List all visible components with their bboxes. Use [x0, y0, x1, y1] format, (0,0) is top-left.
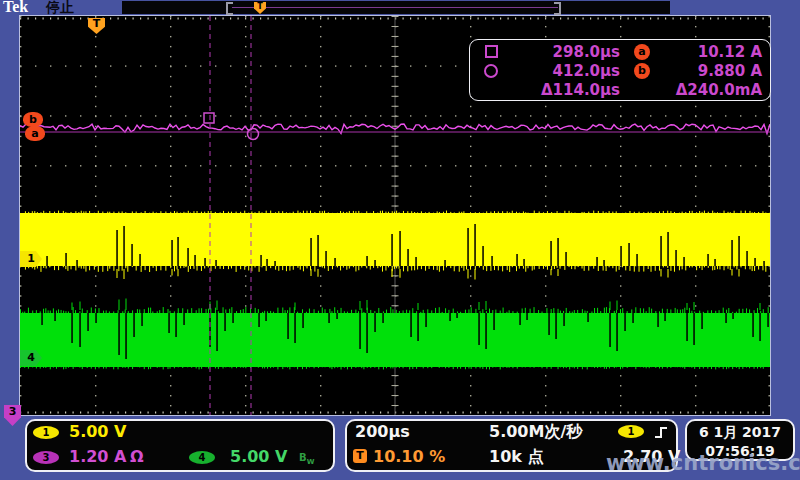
cursor-b-time: 412.0µs — [504, 62, 620, 80]
record-window-right-bracket — [554, 2, 561, 15]
channel-3-scale: 1.20 A — [69, 447, 126, 466]
cursor-readout-box: 298.0µs a 10.12 A 412.0µs b 9.880 A Δ114… — [469, 39, 771, 101]
cursor-readout-row: 412.0µs b 9.880 A — [478, 61, 762, 80]
record-window-left-bracket — [226, 2, 233, 15]
channel-1-scale: 5.00 V — [69, 422, 126, 441]
cursor-b-badge: b — [620, 63, 664, 79]
square-cursor-icon — [478, 45, 504, 58]
channel-settings-box: 1 5.00 V 3 1.20 A Ω 4 5.00 V BW — [25, 419, 335, 472]
cursor-b-value: 9.880 A — [664, 62, 762, 80]
trigger-position-percent: 10.10 % — [373, 447, 445, 466]
record-view-bar: T — [122, 1, 670, 14]
cursor-b-marker: b — [23, 112, 43, 127]
rising-edge-icon — [653, 425, 669, 440]
date: 6 1月 2017 — [687, 423, 793, 442]
channel-4-scale: 5.00 V — [230, 447, 287, 466]
channel-4-badge: 4 — [189, 451, 215, 464]
cursor-delta-time: Δ114.0µs — [504, 81, 620, 99]
time-per-div: 200µs — [355, 422, 410, 441]
record-length: 10k 点 — [489, 447, 543, 468]
circle-cursor-icon — [478, 64, 504, 78]
cursor-a-time: 298.0µs — [504, 43, 620, 61]
channel-3-coupling: Ω — [130, 447, 144, 466]
sample-rate: 5.00M次/秒 — [489, 422, 582, 443]
record-trigger-icon: T — [254, 2, 266, 14]
cursor-a-badge: a — [620, 44, 664, 60]
channel-1-badge: 1 — [33, 426, 59, 439]
channel-3-badge: 3 — [33, 451, 59, 464]
tek-logo: Tek — [3, 0, 28, 16]
watermark: www.cntronics.com — [606, 451, 800, 475]
bandwidth-limit-icon: BW — [299, 452, 314, 466]
cursor-readout-row: 298.0µs a 10.12 A — [478, 42, 762, 61]
cursor-delta-value: Δ240.0mA — [664, 81, 762, 99]
cursor-readout-row: Δ114.0µs Δ240.0mA — [478, 80, 762, 99]
channel-3-marker: 3 — [4, 405, 21, 426]
cursor-a-marker: a — [25, 126, 45, 141]
cursor-a-value: 10.12 A — [664, 43, 762, 61]
trigger-position-badge: T — [353, 449, 367, 463]
record-line — [232, 7, 558, 8]
trigger-source-badge: 1 — [618, 425, 644, 438]
waveform-display: T b a 1 4 298.0µs a 10.12 A 412.0µs b 9.… — [19, 15, 771, 416]
